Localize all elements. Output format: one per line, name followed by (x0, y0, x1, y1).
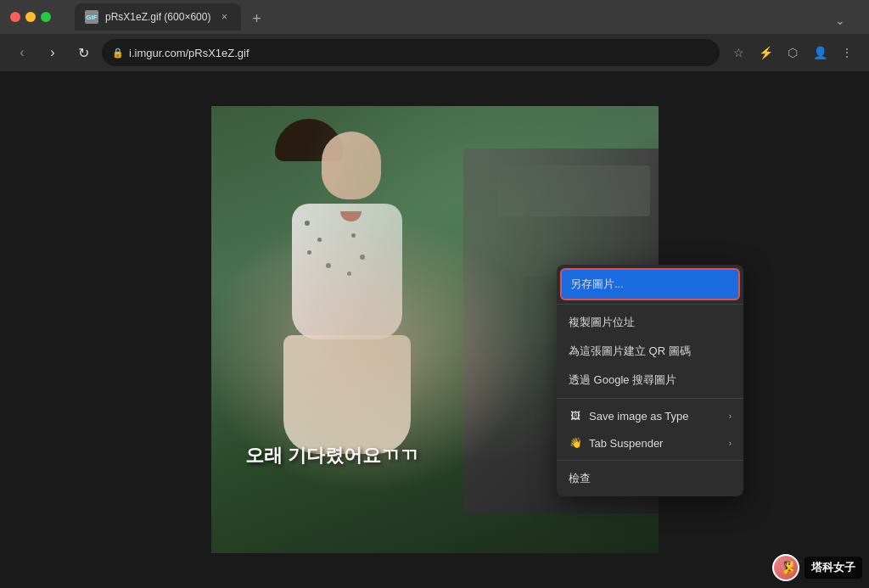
save-type-label: Save image as Type (589, 410, 722, 423)
lock-icon: 🔒 (112, 48, 124, 59)
watermark-avatar: 🧏 (772, 554, 799, 581)
context-menu: 另存圖片... 複製圖片位址 為這張圖片建立 QR 圖碼 透過 Google 搜… (557, 265, 743, 496)
tab-close-button[interactable]: × (217, 10, 231, 24)
nav-icons: ☆ ⚡ ⬡ 👤 ⋮ (726, 41, 859, 64)
save-type-icon: 🖼 (569, 409, 582, 423)
title-bar: GIF pRsX1eZ.gif (600×600) × + ⌄ (0, 0, 869, 34)
new-tab-button[interactable]: + (244, 7, 268, 31)
copy-address-label: 複製圖片位址 (569, 315, 732, 330)
back-button[interactable]: ‹ (10, 41, 34, 64)
tab-bar: GIF pRsX1eZ.gif (600×600) × + ⌄ (64, 3, 859, 31)
bookmark-button[interactable]: ☆ (726, 41, 750, 64)
tab-title: pRsX1eZ.gif (600×600) (105, 11, 210, 23)
forward-button[interactable]: › (41, 41, 64, 64)
tab-suspender-icon: 👋 (569, 436, 582, 450)
context-menu-create-qr[interactable]: 為這張圖片建立 QR 圖碼 (557, 337, 743, 366)
profile-button[interactable]: 👤 (808, 41, 832, 64)
traffic-lights (10, 12, 51, 22)
tab-expand-button[interactable]: ⌄ (832, 10, 849, 31)
url-text: i.imgur.com/pRsX1eZ.gif (129, 47, 709, 59)
minimize-window-button[interactable] (25, 12, 36, 22)
close-window-button[interactable] (10, 12, 20, 22)
main-content: 오래 기다렸어요ㄲㄲ 另存圖片... 複製圖片位址 為這張圖片建立 QR 圖碼 … (0, 71, 869, 588)
save-image-label: 另存圖片... (570, 277, 730, 292)
menu-button[interactable]: ⋮ (835, 41, 859, 64)
active-tab[interactable]: GIF pRsX1eZ.gif (600×600) × (75, 3, 241, 31)
context-menu-inspect[interactable]: 檢查 (557, 464, 743, 493)
create-qr-label: 為這張圖片建立 QR 圖碼 (569, 344, 732, 359)
maximize-window-button[interactable] (41, 12, 51, 22)
search-google-label: 透過 Google 搜尋圖片 (569, 372, 732, 388)
context-menu-divider-3 (557, 460, 743, 461)
nav-bar: ‹ › ↻ 🔒 i.imgur.com/pRsX1eZ.gif ☆ ⚡ ⬡ 👤 … (0, 34, 869, 71)
save-type-arrow: › (729, 412, 732, 421)
reload-button[interactable]: ↻ (71, 41, 95, 64)
tab-favicon: GIF (85, 10, 98, 24)
watermark: 🧏 塔科女子 (772, 554, 862, 581)
context-menu-search-google[interactable]: 透過 Google 搜尋圖片 (557, 366, 743, 395)
extensions-button[interactable]: ⚡ (754, 41, 777, 64)
context-menu-save-image[interactable]: 另存圖片... (560, 268, 740, 300)
tab-suspender-arrow: › (729, 439, 732, 448)
inspect-label: 檢查 (569, 471, 732, 486)
address-bar[interactable]: 🔒 i.imgur.com/pRsX1eZ.gif (102, 39, 720, 66)
tab-suspender-label: Tab Suspender (589, 437, 722, 450)
browser-chrome: GIF pRsX1eZ.gif (600×600) × + ⌄ ‹ › ↻ 🔒 … (0, 0, 869, 71)
context-menu-save-type[interactable]: 🖼 Save image as Type › (557, 402, 743, 429)
context-menu-divider-2 (557, 398, 743, 399)
cast-button[interactable]: ⬡ (781, 41, 805, 64)
context-menu-tab-suspender[interactable]: 👋 Tab Suspender › (557, 429, 743, 456)
watermark-text: 塔科女子 (805, 557, 862, 579)
context-menu-divider-1 (557, 304, 743, 305)
context-menu-copy-address[interactable]: 複製圖片位址 (557, 308, 743, 337)
